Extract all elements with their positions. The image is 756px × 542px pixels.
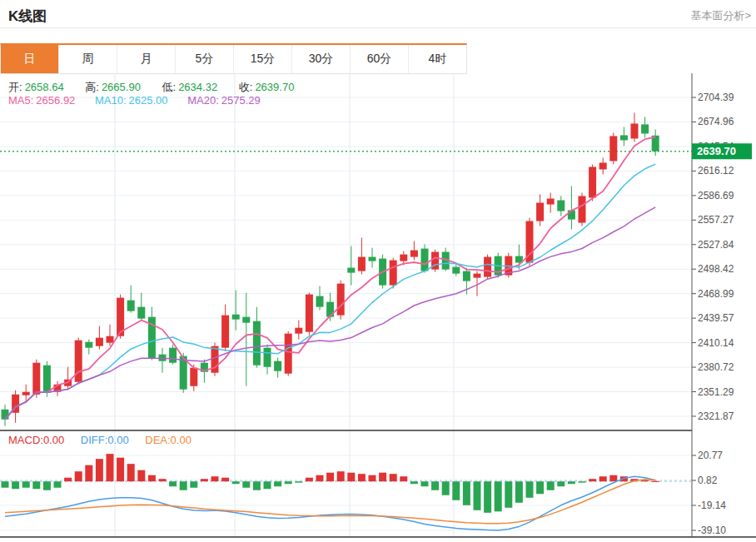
tab-4hour[interactable]: 4时 [409,45,466,73]
dea-value: DEA:0.00 [145,434,191,446]
svg-text:2351.29: 2351.29 [698,386,734,398]
kline-page: K线图 基本面分析> 日 周 月 5分 15分 30分 60分 4时 2704.… [0,0,756,542]
close-value: 2639.70 [255,81,294,93]
svg-text:2586.69: 2586.69 [698,190,734,201]
high-value: 2665.90 [102,81,141,93]
low-value: 2634.32 [178,81,217,93]
low-label: 低: [162,81,177,93]
tab-week[interactable]: 周 [59,45,117,73]
svg-text:20.77: 20.77 [698,450,723,461]
kline-chart[interactable]: 2704.392674.962645.542616.122586.692557.… [0,73,756,542]
ma10-value: 2625.00 [129,94,168,107]
open-label: 开: [8,81,22,93]
svg-text:2557.27: 2557.27 [698,214,734,226]
ma-info: MA5:2656.92 MA10:2625.00 MA20:2575.29 [8,94,277,107]
ma20-label: MA20: [187,94,219,107]
high-label: 高: [85,81,99,93]
ma20-value: 2575.29 [221,94,261,107]
fundamental-analysis-link[interactable]: 基本面分析> [690,8,751,23]
svg-text:-39.10: -39.10 [698,525,726,536]
macd-value: MACD:0.00 [8,434,64,446]
svg-text:2527.84: 2527.84 [698,239,734,251]
tab-day[interactable]: 日 [1,45,59,73]
tab-5min[interactable]: 5分 [176,45,234,73]
ma5-label: MA5: [8,94,33,107]
ohlc-info: 开:2658.64 高:2665.90 低:2634.32 收:2639.70 [8,80,312,95]
svg-text:2321.87: 2321.87 [698,410,734,422]
header-bar: K线图 基本面分析> [0,0,756,28]
svg-text:2674.96: 2674.96 [698,116,734,127]
tab-60min[interactable]: 60分 [351,45,409,73]
ma10-label: MA10: [95,94,127,107]
svg-text:2639.70: 2639.70 [697,145,736,157]
svg-text:2410.14: 2410.14 [698,337,734,349]
svg-text:-19.14: -19.14 [698,500,726,511]
ma5-value: 2656.92 [36,94,75,107]
svg-text:2468.99: 2468.99 [698,288,734,300]
macd-info: MACD:0.00 DIFF:0.00 DEA:0.00 [8,434,205,446]
period-tabs: 日 周 月 5分 15分 30分 60分 4时 [0,43,467,74]
svg-text:2439.57: 2439.57 [698,312,734,324]
tab-30min[interactable]: 30分 [292,45,351,73]
diff-value: DIFF:0.00 [81,434,129,446]
open-value: 2658.64 [25,81,64,93]
tab-15min[interactable]: 15分 [234,45,292,73]
page-title: K线图 [8,7,47,26]
svg-text:2704.39: 2704.39 [698,92,734,103]
svg-text:2380.72: 2380.72 [698,361,734,373]
tab-month[interactable]: 月 [117,45,176,73]
close-label: 收: [239,81,253,93]
svg-text:2498.42: 2498.42 [698,263,734,275]
svg-text:0.82: 0.82 [698,475,718,486]
svg-text:2616.12: 2616.12 [698,165,734,177]
